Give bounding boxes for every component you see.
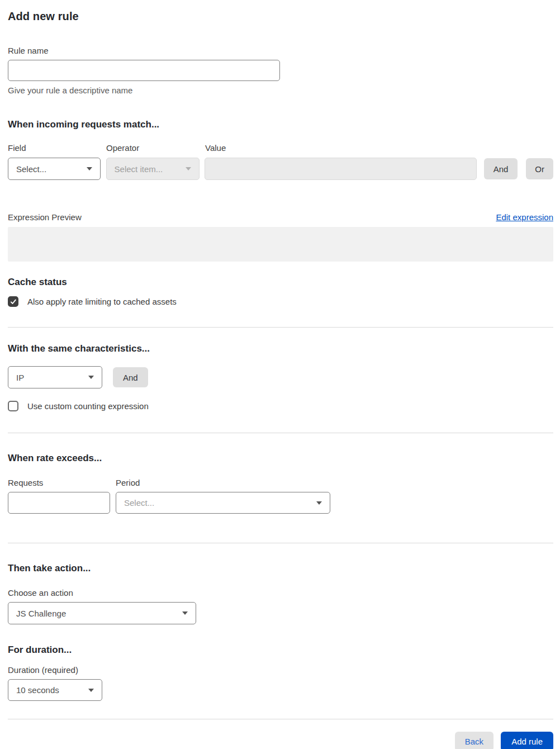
duration-label: Duration (required) — [8, 665, 553, 675]
chevron-down-icon — [186, 167, 191, 170]
footer-actions: Back Add rule — [8, 732, 553, 749]
characteristic-select-value: IP — [16, 373, 24, 382]
duration-select[interactable]: 10 seconds — [8, 679, 102, 701]
cache-checkbox-row: Also apply rate limiting to cached asset… — [8, 296, 553, 307]
rule-name-input[interactable] — [8, 60, 280, 81]
period-label: Period — [116, 478, 140, 487]
characteristics-row: IP And — [8, 366, 553, 388]
value-input — [205, 158, 477, 180]
cache-status-heading: Cache status — [8, 277, 553, 288]
period-select[interactable]: Select... — [116, 492, 330, 514]
footer-divider — [8, 719, 553, 719]
rule-name-group: Rule name Give your rule a descriptive n… — [8, 46, 553, 95]
back-button[interactable]: Back — [455, 732, 493, 749]
chevron-down-icon — [316, 501, 322, 505]
requests-input[interactable] — [8, 492, 110, 514]
chevron-down-icon — [182, 611, 188, 615]
and-button[interactable]: And — [484, 158, 518, 179]
chevron-down-icon — [87, 167, 92, 170]
add-rule-page: Add new rule Rule name Give your rule a … — [0, 0, 560, 749]
operator-label: Operator — [106, 143, 205, 153]
action-select[interactable]: JS Challenge — [8, 602, 196, 624]
characteristics-heading: With the same characteristics... — [8, 343, 553, 354]
or-button[interactable]: Or — [526, 158, 553, 179]
expression-preview-label: Expression Preview — [8, 212, 82, 222]
duration-section: For duration... Duration (required) 10 s… — [8, 644, 553, 701]
section-divider — [8, 543, 553, 543]
characteristics-section: With the same characteristics... IP And … — [8, 343, 553, 411]
match-section: When incoming requests match... Field Op… — [8, 119, 553, 262]
operator-select-value: Select item... — [115, 164, 163, 174]
section-divider — [8, 433, 553, 433]
operator-select: Select item... — [106, 158, 200, 180]
value-label: Value — [205, 143, 226, 153]
expression-preview-header: Expression Preview Edit expression — [8, 212, 553, 222]
duration-select-value: 10 seconds — [16, 685, 59, 695]
duration-heading: For duration... — [8, 644, 553, 656]
add-rule-button[interactable]: Add rule — [501, 732, 553, 749]
rate-heading: When rate exceeds... — [8, 453, 553, 464]
custom-counting-checkbox-label: Use custom counting expression — [27, 401, 149, 411]
rate-labels: Requests Period — [8, 478, 553, 487]
expression-preview-box — [8, 227, 553, 262]
characteristic-select[interactable]: IP — [8, 366, 102, 388]
check-icon — [10, 298, 17, 305]
rule-name-label: Rule name — [8, 46, 553, 55]
rule-name-helper: Give your rule a descriptive name — [8, 86, 553, 95]
field-select-value: Select... — [16, 164, 46, 174]
page-title: Add new rule — [8, 10, 553, 23]
edit-expression-link[interactable]: Edit expression — [496, 212, 553, 222]
period-select-value: Select... — [124, 498, 154, 508]
rate-row: Select... — [8, 492, 553, 514]
match-labels: Field Operator Value — [8, 143, 553, 153]
requests-label: Requests — [8, 478, 116, 487]
field-select[interactable]: Select... — [8, 158, 101, 180]
action-heading: Then take action... — [8, 563, 553, 574]
cache-status-section: Cache status Also apply rate limiting to… — [8, 277, 553, 307]
custom-counting-row: Use custom counting expression — [8, 401, 553, 411]
cached-assets-checkbox-label: Also apply rate limiting to cached asset… — [27, 297, 177, 306]
choose-action-label: Choose an action — [8, 588, 553, 598]
match-row: Select... Select item... And Or — [8, 158, 553, 180]
action-section: Then take action... Choose an action JS … — [8, 563, 553, 624]
chevron-down-icon — [88, 689, 94, 692]
cached-assets-checkbox[interactable] — [8, 296, 18, 307]
custom-counting-checkbox[interactable] — [8, 401, 18, 411]
field-label: Field — [8, 143, 106, 153]
action-select-value: JS Challenge — [16, 609, 66, 618]
rate-section: When rate exceeds... Requests Period Sel… — [8, 453, 553, 514]
match-heading: When incoming requests match... — [8, 119, 553, 130]
chevron-down-icon — [88, 376, 94, 379]
add-characteristic-and-button[interactable]: And — [113, 367, 148, 387]
section-divider — [8, 327, 553, 328]
